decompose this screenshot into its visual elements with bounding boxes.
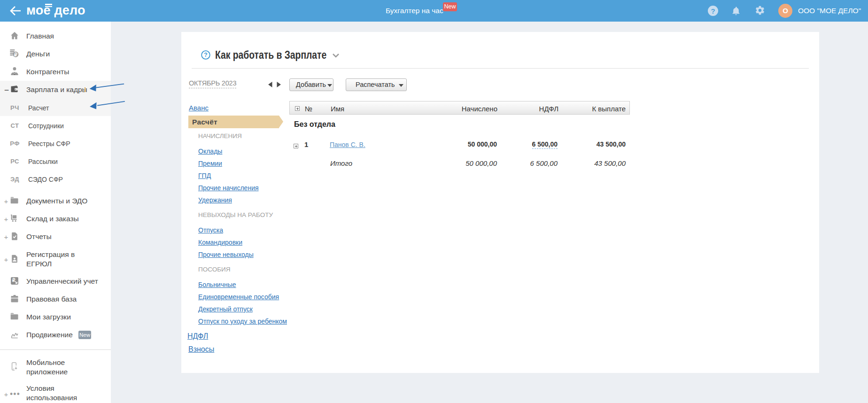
svg-text:?: ? <box>711 7 715 15</box>
svg-text:₽: ₽ <box>12 278 16 283</box>
svg-text:?: ? <box>204 52 207 58</box>
